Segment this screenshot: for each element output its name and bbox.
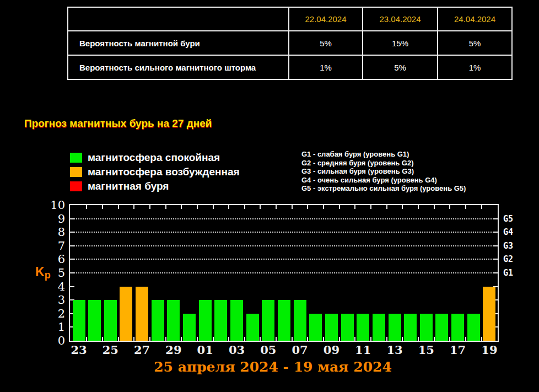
x-tick xyxy=(260,205,261,209)
x-tick xyxy=(434,205,435,209)
table-cell-value: 5% xyxy=(438,31,512,55)
x-axis-label: 23 xyxy=(63,343,94,357)
x-tick xyxy=(102,337,103,341)
table-cell-value: 1% xyxy=(289,55,363,79)
storm-level-line: G2 - средняя буря (уровень G2) xyxy=(301,159,466,168)
x-tick xyxy=(165,337,166,341)
storm-level-line: G1 - слабая буря (уровень G1) xyxy=(301,150,466,159)
kp-bar xyxy=(435,314,448,341)
storm-level-line: G3 - сильная буря (уровень G3) xyxy=(301,167,466,176)
table-header-date: 23.04.2024 xyxy=(363,7,438,31)
y-axis-label: 1 xyxy=(32,320,65,334)
x-tick xyxy=(102,205,103,209)
kp-bar xyxy=(230,300,243,341)
kp-bar xyxy=(214,300,227,341)
kp-bar xyxy=(120,287,132,341)
kp-bar xyxy=(136,287,148,341)
x-axis-label: 05 xyxy=(253,343,284,357)
x-tick xyxy=(339,205,340,209)
storm-level-line: G5 - экстремально сильная буря (уровень … xyxy=(301,184,466,193)
kp-bar xyxy=(341,314,354,341)
kp-bar xyxy=(152,300,164,341)
y-axis-label: 4 xyxy=(32,280,65,294)
y-axis-label: 5 xyxy=(32,266,65,280)
y-tick xyxy=(493,272,498,273)
x-tick xyxy=(276,205,277,209)
x-tick xyxy=(197,205,198,209)
x-axis-label: 13 xyxy=(379,343,410,357)
x-axis-label: 07 xyxy=(284,343,315,357)
x-tick xyxy=(244,337,245,341)
x-tick xyxy=(449,205,450,209)
y-tick xyxy=(70,259,74,260)
x-tick xyxy=(181,337,182,341)
page-title: Прогноз магнитных бурь на 27 дней xyxy=(24,117,212,130)
x-tick xyxy=(276,337,277,341)
y-tick xyxy=(70,286,74,287)
x-tick xyxy=(292,205,293,209)
y-axis-label: 9 xyxy=(32,212,65,226)
table-header-date: 22.04.2024 xyxy=(289,7,363,31)
kp-plot xyxy=(69,204,499,342)
kp-bar xyxy=(262,300,274,341)
table-row-label: Вероятность сильного магнитного шторма xyxy=(68,55,289,79)
kp-bar xyxy=(167,300,180,341)
x-tick xyxy=(133,205,134,209)
x-tick xyxy=(386,205,387,209)
x-tick xyxy=(292,337,293,341)
x-tick xyxy=(465,337,466,341)
x-tick xyxy=(149,205,150,209)
quiet-color-swatch-icon xyxy=(70,153,82,163)
y-tick xyxy=(70,245,74,246)
x-tick xyxy=(118,337,119,341)
y-tick xyxy=(493,245,498,246)
x-tick xyxy=(133,337,134,341)
y-tick xyxy=(70,218,74,219)
y-axis-label: 6 xyxy=(32,252,65,266)
y-axis-label: 10 xyxy=(32,198,65,212)
excited-color-swatch-icon xyxy=(70,167,82,177)
x-tick xyxy=(86,205,87,209)
table-row: Вероятность магнитной бури 5% 15% 5% xyxy=(68,31,512,55)
x-tick xyxy=(260,337,261,341)
kp-bar xyxy=(73,300,85,341)
y-tick xyxy=(493,232,498,233)
storm-probability-table: 22.04.2024 23.04.2024 24.04.2024 Вероятн… xyxy=(67,7,513,80)
legend-item-label: магнитосфера спокойная xyxy=(88,152,220,164)
x-tick xyxy=(370,337,371,341)
table-cell-value: 1% xyxy=(438,55,512,79)
x-tick xyxy=(434,337,435,341)
kp-bar xyxy=(104,300,117,341)
table-cell-value: 5% xyxy=(363,55,438,79)
x-tick xyxy=(323,205,324,209)
x-tick xyxy=(228,337,229,341)
kp-bar xyxy=(373,314,385,341)
kp-bar xyxy=(183,314,196,341)
x-tick xyxy=(213,337,214,341)
kp-gridline-G1 xyxy=(72,272,496,273)
g-axis-label: G2 xyxy=(503,254,513,264)
table-header-empty xyxy=(68,7,289,31)
kp-gridline-G5 xyxy=(72,218,496,219)
chart-legend: магнитосфера спокойная магнитосфера возб… xyxy=(70,151,240,194)
kp-bar xyxy=(309,314,322,341)
kp-bar xyxy=(88,300,101,341)
x-tick xyxy=(354,337,355,341)
table-cell-value: 5% xyxy=(289,31,363,55)
legend-item-storm: магнитная буря xyxy=(70,179,240,194)
x-tick xyxy=(465,205,466,209)
x-axis-label: 29 xyxy=(158,343,189,357)
kp-gridline-G4 xyxy=(72,232,496,233)
x-axis-label: 15 xyxy=(411,343,441,357)
g-axis-label: G4 xyxy=(503,227,513,237)
kp-bar xyxy=(451,314,464,341)
kp-bar xyxy=(294,300,306,341)
legend-item-label: магнитная буря xyxy=(88,180,169,192)
table-cell-value: 15% xyxy=(363,31,438,55)
legend-item-excited: магнитосфера возбужденная xyxy=(70,165,240,179)
y-axis-label: 8 xyxy=(32,225,65,239)
x-tick xyxy=(354,205,355,209)
legend-item-label: магнитосфера возбужденная xyxy=(88,166,240,178)
x-axis-label: 11 xyxy=(348,343,379,357)
kp-bar xyxy=(404,314,417,341)
